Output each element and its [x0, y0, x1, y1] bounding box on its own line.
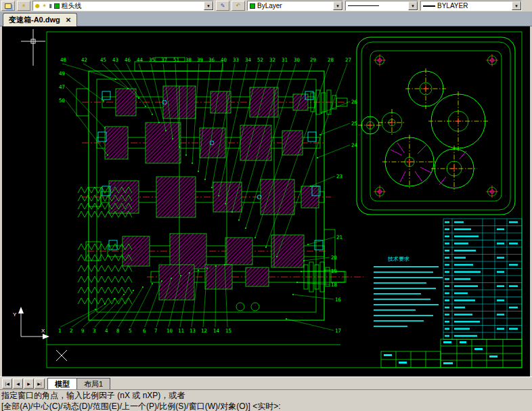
- ucs-y-label: Y: [13, 311, 17, 318]
- svg-text:30: 30: [294, 57, 301, 63]
- svg-text:26: 26: [351, 99, 358, 105]
- first-tab-icon[interactable]: |◀: [2, 378, 12, 389]
- svg-text:52: 52: [257, 57, 263, 63]
- tab-layout1-label: 布局1: [84, 379, 103, 389]
- lineweight-combo[interactable]: BYLAYER ▼: [420, 1, 522, 11]
- next-tab-icon[interactable]: ▶: [24, 378, 34, 389]
- layer-color-swatch: [54, 3, 60, 9]
- svg-text:32: 32: [269, 57, 275, 63]
- svg-text:3: 3: [93, 328, 96, 334]
- svg-text:35: 35: [149, 57, 155, 63]
- command-line[interactable]: 指定窗口的角点，输入比例因子 (nX 或 nXP)，或者 [全部(A)/中心(C…: [0, 389, 532, 411]
- svg-text:51: 51: [173, 57, 179, 63]
- layer-states-button[interactable]: ☀: [17, 1, 30, 11]
- color-combo-dropdown-icon[interactable]: ▼: [333, 1, 342, 10]
- layer-lock-icon: ▮: [49, 3, 51, 9]
- svg-text:25: 25: [351, 121, 357, 127]
- model-space-canvas[interactable]: 技术要求: [2, 26, 530, 376]
- last-tab-icon[interactable]: ▶|: [35, 378, 45, 389]
- gear-circles: [378, 68, 488, 192]
- make-layer-current-button[interactable]: ✎: [216, 1, 229, 11]
- svg-text:28: 28: [328, 57, 334, 63]
- sun-icon: ☀: [21, 3, 26, 9]
- cad-drawing: 技术要求: [2, 26, 530, 376]
- prev-tab-icon[interactable]: ◀: [13, 378, 23, 389]
- color-swatch: [250, 3, 255, 9]
- pencil-icon: ✎: [221, 3, 225, 9]
- svg-text:33: 33: [233, 57, 239, 63]
- linetype-combo-dropdown-icon[interactable]: ▼: [408, 1, 418, 10]
- svg-text:37: 37: [161, 57, 167, 63]
- layer-manager-button[interactable]: [1, 1, 15, 11]
- svg-text:43: 43: [112, 57, 118, 63]
- svg-text:10: 10: [167, 328, 173, 334]
- notes-text-lines: [374, 266, 443, 327]
- svg-text:1: 1: [58, 328, 62, 334]
- svg-text:12: 12: [201, 328, 207, 334]
- document-tab-bar: 变速箱-A0.dwg ✕: [0, 12, 532, 26]
- svg-text:11: 11: [178, 328, 184, 334]
- command-prompt-line2: [全部(A)/中心(C)/动态(D)/范围(E)/上一个(P)/比例(S)/窗口…: [1, 401, 531, 411]
- file-tab[interactable]: 变速箱-A0.dwg ✕: [3, 13, 77, 26]
- svg-text:6: 6: [143, 328, 146, 334]
- undo-layer-icon: ↶: [236, 3, 241, 9]
- svg-text:14: 14: [213, 328, 220, 334]
- svg-text:31: 31: [282, 57, 288, 63]
- layer-thaw-icon: ☀: [42, 3, 47, 9]
- parts-list-table: [443, 219, 522, 340]
- svg-text:2: 2: [70, 328, 73, 334]
- svg-text:39: 39: [197, 57, 203, 63]
- svg-text:27: 27: [345, 57, 351, 63]
- notes-title: 技术要求: [387, 256, 409, 262]
- svg-text:17: 17: [335, 328, 341, 334]
- technical-notes: 技术要求: [374, 256, 443, 327]
- title-block: [381, 339, 522, 368]
- svg-text:42: 42: [81, 57, 87, 63]
- svg-text:48: 48: [60, 57, 67, 63]
- lineweight-combo-dropdown-icon[interactable]: ▼: [512, 1, 521, 10]
- color-combo-value: ByLayer: [257, 2, 282, 9]
- top-toolbar: ☀ ● ☀ ▮ 粗头线 ▼ ✎ ↶ ByLayer ▼ ——— ▼ BYLAYE…: [0, 0, 532, 12]
- svg-text:36: 36: [208, 57, 215, 63]
- svg-text:21: 21: [336, 234, 342, 240]
- svg-text:29: 29: [310, 57, 316, 63]
- point-marker-x: [56, 350, 67, 361]
- svg-text:23: 23: [336, 173, 342, 179]
- svg-text:49: 49: [59, 70, 65, 77]
- layout-tab-bar: |◀ ◀ ▶ ▶| 模型 布局1: [0, 376, 532, 389]
- linetype-sample-icon: [348, 5, 379, 6]
- color-combo[interactable]: ByLayer ▼: [247, 1, 343, 11]
- svg-text:9: 9: [81, 328, 85, 334]
- svg-text:38: 38: [185, 57, 192, 63]
- svg-text:46: 46: [125, 57, 131, 63]
- layer-previous-button[interactable]: ↶: [231, 1, 245, 11]
- svg-text:44: 44: [137, 57, 143, 63]
- lineweight-sample-icon: [423, 5, 435, 7]
- tab-model-label: 模型: [55, 379, 70, 389]
- tab-navigation: |◀ ◀ ▶ ▶|: [2, 378, 45, 389]
- svg-text:45: 45: [100, 57, 106, 63]
- close-icon[interactable]: ✕: [66, 17, 71, 24]
- command-prompt-line1: 指定窗口的角点，输入比例因子 (nX 或 nXP)，或者: [1, 390, 531, 401]
- svg-text:16: 16: [335, 297, 342, 303]
- tab-model[interactable]: 模型: [47, 378, 77, 389]
- svg-text:40: 40: [221, 57, 227, 63]
- tab-layout1[interactable]: 布局1: [76, 378, 110, 389]
- layer-combo[interactable]: ● ☀ ▮ 粗头线 ▼: [32, 1, 214, 11]
- end-view: [357, 37, 515, 215]
- svg-text:19: 19: [331, 268, 337, 274]
- crosshair-cursor: [21, 29, 45, 66]
- svg-text:7: 7: [154, 328, 158, 334]
- ucs-x-label: X: [41, 328, 45, 334]
- svg-text:50: 50: [59, 98, 66, 104]
- file-tab-title: 变速箱-A0.dwg: [9, 15, 60, 25]
- lineweight-combo-value: BYLAYER: [437, 2, 468, 9]
- svg-text:15: 15: [225, 328, 231, 334]
- linetype-combo[interactable]: ——— ▼: [345, 1, 418, 11]
- svg-text:13: 13: [190, 328, 196, 334]
- layer-combo-dropdown-icon[interactable]: ▼: [204, 1, 213, 10]
- svg-text:8: 8: [116, 328, 120, 334]
- svg-text:20: 20: [331, 255, 338, 261]
- svg-text:18: 18: [331, 282, 338, 288]
- svg-text:5: 5: [129, 328, 132, 334]
